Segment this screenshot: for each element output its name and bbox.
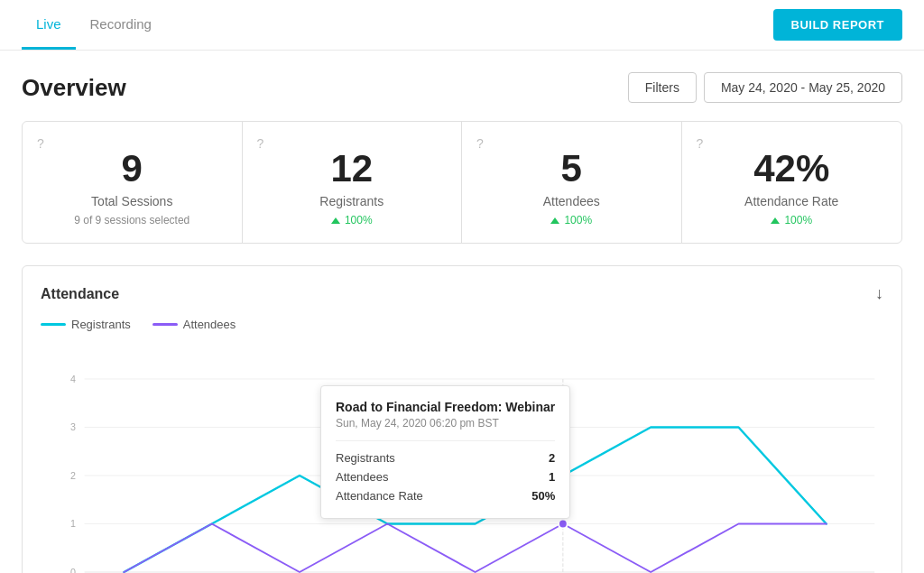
question-icon-sessions[interactable]: ? bbox=[37, 136, 44, 151]
chart-legend: Registrants Attendees bbox=[41, 318, 883, 331]
question-icon-registrants[interactable]: ? bbox=[257, 136, 264, 151]
download-icon[interactable]: ↓ bbox=[875, 284, 883, 303]
tooltip-rate-label: Attendance Rate bbox=[336, 489, 423, 503]
legend-registrants: Registrants bbox=[41, 318, 131, 331]
date-range-button[interactable]: May 24, 2020 - May 25, 2020 bbox=[704, 72, 902, 103]
rate-up-icon bbox=[771, 217, 780, 224]
registrants-label: Registrants bbox=[264, 194, 440, 208]
stat-card-attendance-rate: ? 42% Attendance Rate 100% bbox=[682, 122, 902, 243]
svg-text:1: 1 bbox=[70, 518, 76, 529]
attendees-sub: 100% bbox=[484, 214, 660, 226]
stat-card-attendees: ? 5 Attendees 100% bbox=[462, 122, 682, 243]
main-content: Overview Filters May 24, 2020 - May 25, … bbox=[0, 51, 924, 573]
attendees-value: 5 bbox=[484, 147, 660, 190]
tooltip-row-attendees: Attendees 1 bbox=[336, 467, 555, 486]
question-icon-attendees[interactable]: ? bbox=[476, 136, 484, 151]
overview-header: Overview Filters May 24, 2020 - May 25, … bbox=[22, 72, 902, 103]
build-report-label: BUILD REPORT bbox=[791, 18, 885, 32]
stats-grid: ? 9 Total Sessions 9 of 9 sessions selec… bbox=[22, 121, 902, 244]
question-icon-rate[interactable]: ? bbox=[697, 136, 704, 151]
sessions-sub: 9 of 9 sessions selected bbox=[44, 214, 220, 226]
app-container: Live Recording BUILD REPORT Overview Fil… bbox=[0, 0, 924, 573]
attendees-up-icon bbox=[550, 217, 559, 224]
stat-card-registrants: ? 12 Registrants 100% bbox=[243, 122, 463, 243]
nav-tabs: Live Recording bbox=[22, 0, 166, 50]
tab-live-label: Live bbox=[36, 16, 61, 32]
filters-label: Filters bbox=[645, 80, 679, 95]
chart-tooltip: Road to Financial Freedom: Webinar Sun, … bbox=[320, 385, 570, 519]
date-range-label: May 24, 2020 - May 25, 2020 bbox=[721, 80, 885, 95]
chart-header: Attendance ↓ bbox=[41, 284, 883, 303]
tab-recording[interactable]: Recording bbox=[76, 0, 166, 50]
tooltip-rate-value: 50% bbox=[531, 489, 555, 503]
tooltip-event-date: Sun, May 24, 2020 06:20 pm BST bbox=[336, 417, 555, 430]
legend-line-registrants bbox=[41, 323, 66, 326]
chart-title: Attendance bbox=[41, 286, 119, 302]
svg-text:3: 3 bbox=[70, 421, 76, 432]
overview-title: Overview bbox=[22, 74, 126, 102]
attendance-rate-value: 42% bbox=[704, 147, 881, 190]
tab-recording-label: Recording bbox=[90, 16, 152, 32]
svg-text:4: 4 bbox=[70, 374, 76, 384]
chart-area: 0 1 2 3 4 May 24 May 24 May 24 May 24 Ma… bbox=[41, 349, 883, 573]
attendees-label: Attendees bbox=[484, 194, 660, 208]
tooltip-event-title: Road to Financial Freedom: Webinar bbox=[336, 399, 555, 415]
tab-live[interactable]: Live bbox=[22, 0, 76, 50]
tooltip-attendees-label: Attendees bbox=[336, 470, 389, 484]
filters-button[interactable]: Filters bbox=[628, 72, 697, 103]
attendance-rate-sub: 100% bbox=[704, 214, 881, 226]
tooltip-registrants-label: Registrants bbox=[336, 451, 395, 465]
top-nav: Live Recording BUILD REPORT bbox=[0, 0, 924, 51]
attendance-rate-label: Attendance Rate bbox=[704, 194, 881, 208]
tooltip-divider bbox=[336, 440, 555, 441]
tooltip-registrants-value: 2 bbox=[549, 451, 555, 465]
svg-text:2: 2 bbox=[70, 470, 76, 481]
legend-registrants-label: Registrants bbox=[71, 318, 131, 331]
tooltip-row-registrants: Registrants 2 bbox=[336, 448, 555, 467]
registrants-value: 12 bbox=[264, 147, 440, 190]
registrants-up-icon bbox=[331, 217, 340, 224]
stat-card-sessions: ? 9 Total Sessions 9 of 9 sessions selec… bbox=[23, 122, 243, 243]
tooltip-attendees-value: 1 bbox=[549, 470, 555, 484]
svg-text:0: 0 bbox=[70, 567, 76, 573]
legend-attendees: Attendees bbox=[152, 318, 236, 331]
sessions-value: 9 bbox=[44, 147, 220, 190]
tooltip-row-rate: Attendance Rate 50% bbox=[336, 486, 555, 505]
chart-section: Attendance ↓ Registrants Attendees bbox=[22, 265, 902, 573]
legend-line-attendees bbox=[152, 323, 178, 326]
build-report-button[interactable]: BUILD REPORT bbox=[773, 9, 903, 41]
sessions-label: Total Sessions bbox=[44, 194, 220, 208]
attendees-point bbox=[559, 520, 568, 529]
registrants-sub: 100% bbox=[264, 214, 440, 226]
legend-attendees-label: Attendees bbox=[183, 318, 236, 331]
overview-controls: Filters May 24, 2020 - May 25, 2020 bbox=[628, 72, 902, 103]
